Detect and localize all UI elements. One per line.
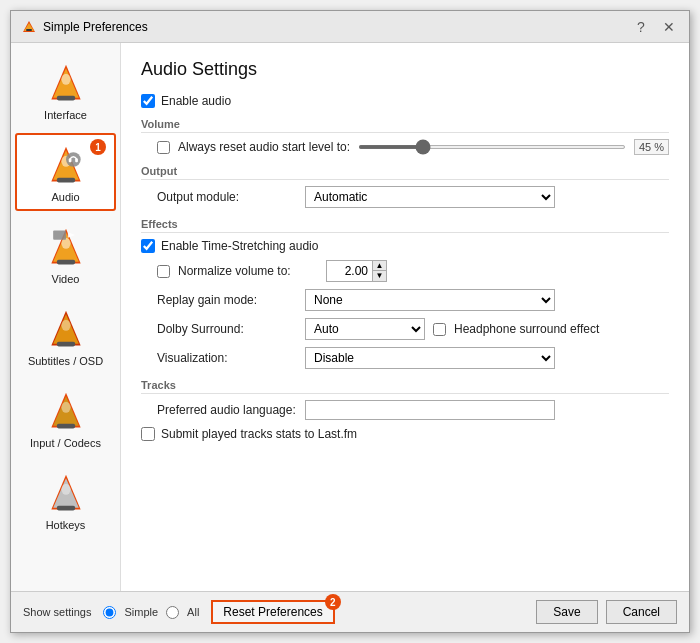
- main-window: Simple Preferences ? ✕ Interface: [10, 10, 690, 633]
- vlc-app-icon: [21, 19, 37, 35]
- window-footer: Show settings Simple All Reset Preferenc…: [11, 591, 689, 632]
- close-button[interactable]: ✕: [659, 17, 679, 37]
- enable-audio-checkbox[interactable]: [141, 94, 155, 108]
- visualization-row: Visualization: Disable Scope Spectrum Vu…: [141, 347, 669, 369]
- reset-preferences-button[interactable]: Reset Preferences 2: [211, 600, 334, 624]
- effects-section-label: Effects: [141, 218, 669, 233]
- normalize-value[interactable]: [327, 263, 372, 279]
- svg-rect-22: [56, 342, 74, 347]
- subtitles-cone-svg: [44, 307, 88, 351]
- time-stretch-row: Enable Time-Stretching audio: [141, 239, 669, 253]
- sidebar-item-hotkeys[interactable]: Hotkeys: [15, 461, 116, 539]
- title-text: Simple Preferences: [43, 20, 148, 34]
- svg-rect-18: [53, 231, 66, 240]
- spinbox-down-button[interactable]: ▼: [372, 271, 386, 281]
- dolby-select[interactable]: Auto On Off: [305, 318, 425, 340]
- headphone-label[interactable]: Headphone surround effect: [454, 322, 599, 336]
- svg-rect-16: [56, 260, 74, 265]
- sidebar-item-interface-label: Interface: [44, 109, 87, 121]
- show-settings-label: Show settings: [23, 606, 91, 618]
- headphone-checkbox[interactable]: [433, 323, 446, 336]
- audio-cone-svg: [44, 143, 88, 187]
- save-button[interactable]: Save: [536, 600, 597, 624]
- always-reset-row: Always reset audio start level to: 45 %: [141, 139, 669, 155]
- normalize-label[interactable]: Normalize volume to:: [178, 264, 318, 278]
- time-stretch-label[interactable]: Enable Time-Stretching audio: [161, 239, 318, 253]
- preferred-lang-input[interactable]: [305, 400, 555, 420]
- svg-rect-2: [26, 29, 32, 31]
- help-button[interactable]: ?: [631, 17, 651, 37]
- hotkeys-icon: [42, 469, 90, 517]
- dolby-label: Dolby Surround:: [157, 322, 297, 336]
- tracks-section-label: Tracks: [141, 379, 669, 394]
- video-cone-svg: [44, 225, 88, 269]
- interface-cone-svg: [44, 61, 88, 105]
- content-title: Audio Settings: [141, 59, 669, 80]
- replay-gain-row: Replay gain mode: None Track Album: [141, 289, 669, 311]
- sidebar-item-video[interactable]: Video: [15, 215, 116, 293]
- main-content: Audio Settings Enable audio Volume Alway…: [121, 43, 689, 591]
- video-icon: [42, 223, 90, 271]
- svg-point-31: [61, 484, 70, 495]
- sidebar-item-input-label: Input / Codecs: [30, 437, 101, 449]
- normalize-checkbox[interactable]: [157, 265, 170, 278]
- volume-slider-container: 45 %: [358, 139, 669, 155]
- subtitles-icon: [42, 305, 90, 353]
- sidebar-item-audio-label: Audio: [51, 191, 79, 203]
- time-stretch-checkbox[interactable]: [141, 239, 155, 253]
- footer-left: Show settings Simple All Reset Preferenc…: [23, 600, 335, 624]
- normalize-row: Normalize volume to: ▲ ▼: [141, 260, 669, 282]
- spinbox-buttons: ▲ ▼: [372, 261, 386, 281]
- sidebar-item-hotkeys-label: Hotkeys: [46, 519, 86, 531]
- spinbox-up-button[interactable]: ▲: [372, 261, 386, 271]
- audio-icon: [42, 141, 90, 189]
- submit-stats-checkbox[interactable]: [141, 427, 155, 441]
- always-reset-label[interactable]: Always reset audio start level to:: [178, 140, 350, 154]
- svg-rect-13: [75, 159, 78, 163]
- svg-point-23: [61, 320, 70, 331]
- normalize-spinbox: ▲ ▼: [326, 260, 387, 282]
- svg-rect-5: [56, 96, 74, 101]
- replay-gain-select[interactable]: None Track Album: [305, 289, 555, 311]
- sidebar-item-interface[interactable]: Interface: [15, 51, 116, 129]
- all-radio-label[interactable]: All: [187, 606, 199, 618]
- title-bar-right: ? ✕: [631, 17, 679, 37]
- sidebar-item-input[interactable]: Input / Codecs: [15, 379, 116, 457]
- svg-rect-30: [56, 506, 74, 511]
- preferred-lang-label: Preferred audio language:: [157, 403, 297, 417]
- title-bar-left: Simple Preferences: [21, 19, 148, 35]
- volume-slider[interactable]: [358, 145, 626, 149]
- volume-section-label: Volume: [141, 118, 669, 133]
- sidebar: Interface Audi: [11, 43, 121, 591]
- always-reset-checkbox[interactable]: [157, 141, 170, 154]
- interface-icon: [42, 59, 90, 107]
- simple-radio-label[interactable]: Simple: [124, 606, 158, 618]
- svg-rect-12: [68, 159, 71, 163]
- all-radio[interactable]: [166, 606, 179, 619]
- visualization-select[interactable]: Disable Scope Spectrum Vuameter Projectm: [305, 347, 555, 369]
- simple-radio[interactable]: [103, 606, 116, 619]
- cancel-button[interactable]: Cancel: [606, 600, 677, 624]
- title-bar: Simple Preferences ? ✕: [11, 11, 689, 43]
- submit-stats-label[interactable]: Submit played tracks stats to Last.fm: [161, 427, 357, 441]
- svg-marker-19: [67, 232, 74, 238]
- reset-badge: 2: [325, 594, 341, 610]
- input-icon: [42, 387, 90, 435]
- enable-audio-label[interactable]: Enable audio: [161, 94, 231, 108]
- sidebar-item-subtitles-label: Subtitles / OSD: [28, 355, 103, 367]
- dolby-row: Dolby Surround: Auto On Off Headphone su…: [141, 318, 669, 340]
- settings-radio-group: Simple All: [103, 606, 199, 619]
- sidebar-item-audio[interactable]: Audio 1: [15, 133, 116, 211]
- output-module-row: Output module: Automatic Default DirectX…: [141, 186, 669, 208]
- preferred-lang-row: Preferred audio language:: [141, 400, 669, 420]
- visualization-label: Visualization:: [157, 351, 297, 365]
- svg-rect-9: [56, 178, 74, 183]
- output-module-select[interactable]: Automatic Default DirectX audio output W…: [305, 186, 555, 208]
- svg-rect-26: [56, 424, 74, 429]
- audio-badge: 1: [90, 139, 106, 155]
- window-body: Interface Audi: [11, 43, 689, 591]
- svg-point-27: [61, 402, 70, 413]
- svg-point-6: [61, 74, 70, 85]
- volume-percent: 45 %: [634, 139, 669, 155]
- sidebar-item-subtitles[interactable]: Subtitles / OSD: [15, 297, 116, 375]
